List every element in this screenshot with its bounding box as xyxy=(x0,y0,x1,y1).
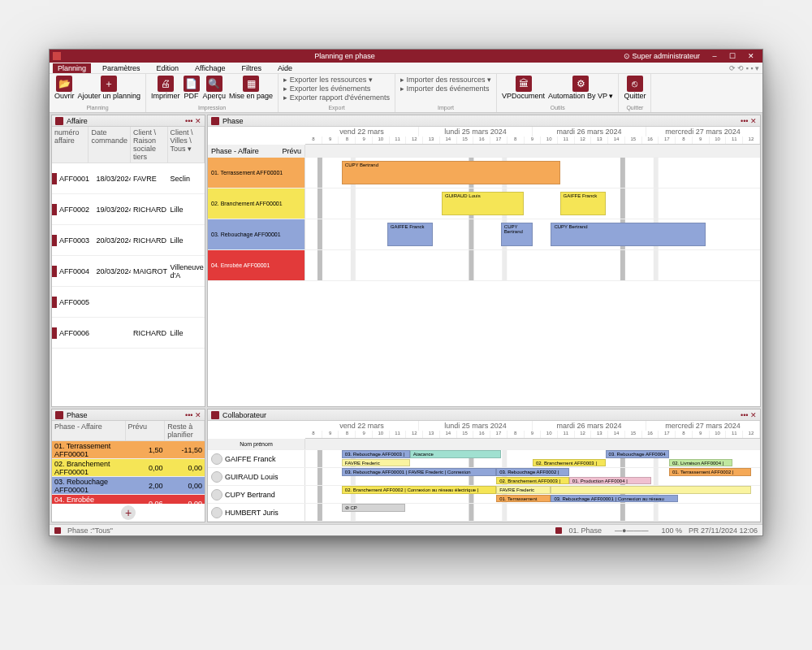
affaire-row[interactable]: AFF000219/03/2024RICHARDLille xyxy=(52,194,205,225)
hour-header: 11 xyxy=(390,136,407,144)
avatar xyxy=(211,489,222,500)
menu-tab-affichage[interactable]: Affichage xyxy=(190,63,230,73)
toolbar-extras[interactable]: ⟳ ⟲ ▪ ▪ ▾ xyxy=(729,64,759,72)
affaire-row[interactable]: AFF000320/03/2024RICHARDLille xyxy=(52,225,205,256)
affaire-row[interactable]: AFF000118/03/2024FAVRESeclin xyxy=(52,163,205,194)
collab-row[interactable]: GUIRAUD Louis03. Rebouchage AFF00001 | F… xyxy=(208,468,760,486)
gantt-bar[interactable]: 02. Livraison AFF0004 | MAIGROT | Villen… xyxy=(669,459,732,467)
ribbon-imprimer[interactable]: 🖨Imprimer xyxy=(151,76,180,100)
menu-tab-parametres[interactable]: Paramètres xyxy=(97,63,145,73)
add-phase-button[interactable]: + xyxy=(121,505,136,520)
gantt-bar[interactable]: Atacance xyxy=(410,450,501,458)
ribbon-vpdocument[interactable]: 🏛VPDocument xyxy=(502,76,545,100)
col-ville[interactable]: Client \ Villes \ Tous ▾ xyxy=(168,127,205,162)
ribbon-item[interactable]: ▸ Importer des ressources ▾ xyxy=(400,76,491,84)
gantt-bar[interactable]: FAVRE Frederic xyxy=(496,486,551,494)
collab-row[interactable]: HUMBERT Juris⊘ CP xyxy=(208,504,760,522)
collab-gantt-body[interactable]: Nom prénomGAIFFE Franck03. Rebouchage AF… xyxy=(208,439,760,522)
hour-header: 10 xyxy=(710,136,727,144)
hour-header: 10 xyxy=(710,431,727,438)
gantt-bar[interactable]: 01. Terrassement AFF0003 | RICHARD Paul … xyxy=(496,495,551,503)
maximize-button[interactable]: ☐ xyxy=(724,52,741,60)
menu-tab-aide[interactable]: Aide xyxy=(273,63,297,73)
minimize-button[interactable]: – xyxy=(706,52,723,60)
app-window: Planning en phase ⊙ Super administrateur… xyxy=(49,49,763,536)
gantt-bar[interactable]: 02. Branchement AFF0002 | Connexion au r… xyxy=(342,486,496,494)
panel-actions[interactable]: ••• ✕ xyxy=(741,411,757,419)
gantt-bar[interactable]: GAIFFE Franck xyxy=(387,223,433,247)
app-icon xyxy=(53,52,61,60)
gantt-bar[interactable]: 03. Rebouchage AFF0002 | RICHARD Paul | … xyxy=(496,468,569,476)
panel-actions[interactable]: ••• ✕ xyxy=(741,117,757,125)
col-phase[interactable]: Phase - Affaire xyxy=(52,421,126,440)
ribbon-aperçu[interactable]: 🔍Aperçu xyxy=(203,76,227,100)
collab-row[interactable]: GAIFFE Franck03. Rebouchage AFF0003 | RI… xyxy=(208,450,760,468)
gantt-phase-row[interactable]: 02. Branchement AFF00001GUIRAUD LouisGAI… xyxy=(208,188,760,219)
gantt-bar[interactable]: GAIFFE Franck xyxy=(560,192,606,216)
hour-header: 8 xyxy=(676,136,693,144)
phase-row[interactable]: 03. Rebouchage AFF000012,000,00 xyxy=(52,477,205,495)
user-badge[interactable]: ⊙ Super administrateur xyxy=(624,52,700,60)
ribbon-ajouter-un-planning[interactable]: ＋Ajouter un planning xyxy=(78,76,141,100)
gantt-bar[interactable]: 01. Production AFF0004 | MAIGROT David |… xyxy=(569,477,651,485)
gantt-bar[interactable]: 02. Branchement AFF0003 | Connexion au r… xyxy=(533,459,606,467)
phase-gantt-body[interactable]: Phase - AffairePrévu01. Terrassement AFF… xyxy=(208,145,760,406)
gantt-row-label: 01. Terrassement AFF00001 xyxy=(208,158,305,188)
day-header: mardi 26 mars 2024 xyxy=(533,421,646,431)
gantt-bar[interactable]: CUPY Bertrand xyxy=(551,223,705,247)
collab-label: HUMBERT Juris xyxy=(208,504,305,521)
ribbon-item[interactable]: ▸ Exporter les ressources ▾ xyxy=(283,76,390,84)
panel-phase-gantt: Phase ••• ✕ vend 22 marslundi 25 mars 20… xyxy=(207,115,761,407)
ribbon-item[interactable]: ▸ Exporter les événements xyxy=(283,84,390,93)
col-num[interactable]: numéro affaire xyxy=(52,127,89,162)
gantt-bar[interactable]: FAVRE Frederic xyxy=(342,459,410,467)
affaire-row[interactable]: AFF0005 xyxy=(52,287,205,318)
gantt-bar[interactable]: CUPY Bertrand xyxy=(501,223,533,247)
gantt-bar[interactable]: 02. Branchement AFF0003 | Connexion au r… xyxy=(496,477,569,485)
phase-icon xyxy=(211,117,219,125)
gantt-bar[interactable]: ⊘ CP xyxy=(342,504,405,512)
menu-tab-filtres[interactable]: Filtres xyxy=(236,63,266,73)
menu-tab-planning[interactable]: Planning xyxy=(53,63,91,73)
ribbon-item[interactable]: ▸ Exporter rapport d'événements xyxy=(283,93,390,102)
gantt-bar[interactable]: CUPY Bertrand xyxy=(342,161,560,185)
gantt-bar[interactable]: 03. Rebouchage AFF0004 | MAIGROT David xyxy=(606,450,669,458)
panel-actions[interactable]: ••• ✕ xyxy=(185,117,201,125)
panel-actions[interactable]: ••• ✕ xyxy=(185,411,201,419)
ribbon-pdf[interactable]: 📄PDF xyxy=(184,76,200,100)
collab-row[interactable]: CUPY Bertrand02. Branchement AFF0002 | C… xyxy=(208,486,760,504)
affaire-columns: numéro affaire Date commande Client \ Ra… xyxy=(52,127,205,163)
phase-row[interactable]: 04. Enrobée AFF000010,060,00 xyxy=(52,495,205,504)
gantt-phase-row[interactable]: 01. Terrassement AFF00001CUPY Bertrand xyxy=(208,158,760,188)
col-prevu[interactable]: Prévu xyxy=(126,421,166,440)
affaire-row[interactable]: AFF000420/03/2024MAIGROTVilleneuve d'A xyxy=(52,256,205,287)
gantt-bar[interactable]: 03. Rebouchage AFF00001 | Connexion au r… xyxy=(551,495,678,503)
gantt-row-label: 04. Enrobée AFF00001 xyxy=(208,250,305,280)
ribbon-item[interactable]: ▸ Importer des événements xyxy=(400,84,491,93)
panel-affaire-title: Affaire xyxy=(67,117,88,125)
gantt-phase-row[interactable]: 04. Enrobée AFF00001 xyxy=(208,250,760,281)
content-area: Affaire ••• ✕ numéro affaire Date comman… xyxy=(50,113,762,524)
affaire-row[interactable]: AFF0006RICHARDLille xyxy=(52,318,205,349)
phase-row[interactable]: 01. Terrassement AFF000011,50-11,50 xyxy=(52,441,205,459)
panel-phase-gantt-header: Phase ••• ✕ xyxy=(208,115,760,127)
ribbon-ouvrir[interactable]: 📂Ouvrir xyxy=(54,76,75,100)
menu-tab-edition[interactable]: Edition xyxy=(152,63,184,73)
col-client[interactable]: Client \ Raison sociale tiers xyxy=(131,127,167,162)
hour-header: 8 xyxy=(508,431,525,438)
ribbon-automation-by-vp-▾[interactable]: ⚙Automation By VP ▾ xyxy=(548,76,613,100)
gantt-bar[interactable]: 03. Rebouchage AFF00001 | FAVRE Frederic… xyxy=(342,468,496,476)
gantt-bar[interactable]: 03. Rebouchage AFF0003 | RICHARD Paul xyxy=(342,450,410,458)
gantt-bar[interactable]: 01. Terrassement AFF0002 | Connexion dép… xyxy=(669,468,751,476)
ribbon-quitter[interactable]: ⎋Quitter xyxy=(624,76,646,100)
ribbon-mise-en-page[interactable]: ▦Mise en page xyxy=(229,76,273,100)
gantt-bar[interactable] xyxy=(551,486,750,494)
col-date[interactable]: Date commande xyxy=(89,127,131,162)
close-button[interactable]: ✕ xyxy=(743,52,759,60)
day-header: vend 22 mars xyxy=(305,421,419,431)
gantt-bar[interactable]: GUIRAUD Louis xyxy=(442,192,524,216)
phase-row[interactable]: 02. Branchement AFF000010,000,00 xyxy=(52,459,205,477)
col-reste[interactable]: Reste à planifier xyxy=(165,421,205,440)
zoom-slider[interactable]: —●——— xyxy=(615,526,648,535)
gantt-phase-row[interactable]: 03. Rebouchage AFF00001GAIFFE FranckCUPY… xyxy=(208,219,760,250)
